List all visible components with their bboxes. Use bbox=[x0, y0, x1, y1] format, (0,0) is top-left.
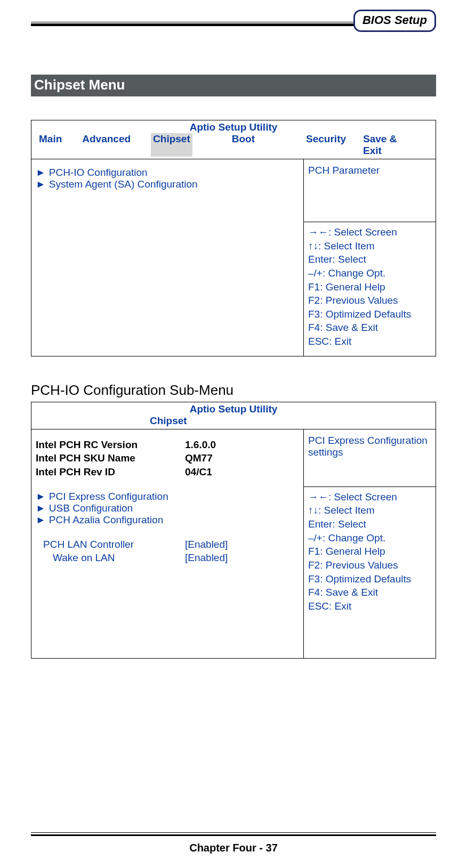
info-value: 04/C1 bbox=[185, 465, 212, 479]
tab-advanced[interactable]: Advanced bbox=[82, 133, 151, 157]
panel-title: Aptio Setup Utility bbox=[31, 402, 436, 415]
page-header: BIOS Setup bbox=[31, 9, 436, 35]
key-help-line: F4: Save & Exit bbox=[308, 586, 431, 599]
key-help-line: F3: Optimized Defaults bbox=[308, 307, 431, 321]
triangle-icon: ► bbox=[36, 502, 46, 514]
info-label: Intel PCH RC Version bbox=[36, 438, 185, 452]
menu-item-label: PCH-IO Configuration bbox=[49, 167, 148, 179]
info-row: Intel PCH RC Version 1.6.0.0 bbox=[36, 438, 299, 452]
submenu-usb[interactable]: ► USB Configuration bbox=[36, 502, 299, 514]
footer-rule bbox=[31, 832, 436, 835]
triangle-icon: ► bbox=[36, 491, 46, 502]
option-label: PCH LAN Controller bbox=[36, 538, 185, 551]
submenu-pch-azalia[interactable]: ► PCH Azalia Configuration bbox=[36, 514, 299, 526]
bios-panel-pch-io: Aptio Setup Utility Chipset Intel PCH RC… bbox=[31, 402, 436, 659]
info-row: Intel PCH SKU Name QM77 bbox=[36, 451, 299, 465]
option-pch-lan[interactable]: PCH LAN Controller [Enabled] bbox=[36, 538, 299, 551]
info-value: 1.6.0.0 bbox=[185, 438, 216, 452]
help-description: PCI Express Configuration settings bbox=[304, 429, 436, 487]
tab-bar: Main Advanced Chipset Boot Security Save… bbox=[31, 133, 436, 159]
key-help-line: ESC: Exit bbox=[308, 599, 431, 613]
tab-main[interactable]: Main bbox=[39, 133, 82, 157]
key-help-line: –/+: Change Opt. bbox=[308, 531, 431, 545]
panel-content: Intel PCH RC Version 1.6.0.0 Intel PCH S… bbox=[31, 429, 303, 658]
header-badge: BIOS Setup bbox=[353, 10, 436, 32]
menu-item-pch-io[interactable]: ► PCH-IO Configuration bbox=[36, 167, 299, 179]
key-help: →←: Select Screen ↑↓: Select Item Enter:… bbox=[304, 487, 436, 621]
menu-list: ► PCH-IO Configuration ► System Agent (S… bbox=[31, 159, 303, 356]
key-help-line: ESC: Exit bbox=[308, 335, 431, 348]
tab-security[interactable]: Security bbox=[306, 133, 363, 157]
submenu-pci-express[interactable]: ► PCI Express Configuration bbox=[36, 491, 299, 502]
key-help-line: Enter: Select bbox=[308, 253, 431, 266]
tab-chipset[interactable]: Chipset bbox=[151, 133, 192, 157]
key-help-line: F4: Save & Exit bbox=[308, 321, 431, 335]
option-value: [Enabled] bbox=[185, 538, 228, 551]
triangle-icon: ► bbox=[36, 179, 46, 190]
info-label: Intel PCH SKU Name bbox=[36, 451, 185, 465]
key-help-line: F2: Previous Values bbox=[308, 294, 431, 307]
key-help-line: ↑↓: Select Item bbox=[308, 504, 431, 517]
menu-item-system-agent[interactable]: ► System Agent (SA) Configuration bbox=[36, 179, 299, 190]
panel-title: Aptio Setup Utility bbox=[31, 120, 436, 133]
tab-save-exit[interactable]: Save & Exit bbox=[363, 133, 428, 157]
bios-panel-chipset: Aptio Setup Utility Main Advanced Chipse… bbox=[31, 120, 436, 356]
triangle-icon: ► bbox=[36, 167, 46, 179]
info-value: QM77 bbox=[185, 451, 213, 465]
menu-item-label: PCH Azalia Configuration bbox=[49, 514, 163, 526]
menu-item-label: USB Configuration bbox=[49, 502, 133, 514]
page-footer: Chapter Four - 37 bbox=[0, 842, 467, 854]
key-help-line: ↑↓: Select Item bbox=[308, 239, 431, 253]
help-description: PCH Parameter bbox=[304, 159, 436, 222]
option-wake-on-lan[interactable]: Wake on LAN [Enabled] bbox=[36, 551, 299, 565]
key-help-line: F1: General Help bbox=[308, 280, 431, 294]
key-help-line: F1: General Help bbox=[308, 545, 431, 558]
menu-item-label: PCI Express Configuration bbox=[49, 491, 168, 502]
key-help-line: –/+: Change Opt. bbox=[308, 266, 431, 280]
menu-item-label: System Agent (SA) Configuration bbox=[49, 179, 198, 190]
triangle-icon: ► bbox=[36, 514, 46, 526]
key-help-line: →←: Select Screen bbox=[308, 225, 431, 239]
key-help-line: F2: Previous Values bbox=[308, 558, 431, 572]
key-help-line: →←: Select Screen bbox=[308, 490, 431, 504]
option-label: Wake on LAN bbox=[36, 551, 185, 565]
panel-tab-label: Chipset bbox=[31, 415, 436, 429]
section-title: Chipset Menu bbox=[31, 75, 436, 96]
key-help-line: F3: Optimized Defaults bbox=[308, 572, 431, 586]
info-label: Intel PCH Rev ID bbox=[36, 465, 185, 479]
option-value: [Enabled] bbox=[185, 551, 228, 565]
key-help: →←: Select Screen ↑↓: Select Item Enter:… bbox=[304, 222, 436, 356]
key-help-line: Enter: Select bbox=[308, 517, 431, 531]
subsection-title: PCH-IO Configuration Sub-Menu bbox=[31, 382, 436, 399]
tab-boot[interactable]: Boot bbox=[211, 133, 306, 157]
info-row: Intel PCH Rev ID 04/C1 bbox=[36, 465, 299, 479]
